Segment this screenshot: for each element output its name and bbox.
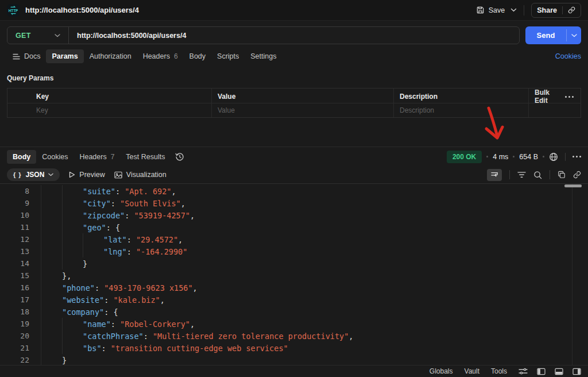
visualization-toggle[interactable]: Visualization: [114, 171, 167, 179]
tab-docs[interactable]: Docs: [7, 49, 46, 63]
tab-docs-label: Docs: [24, 52, 40, 60]
line-number: 21: [0, 342, 41, 354]
response-history-icon[interactable]: [175, 152, 184, 161]
tab-authorization-label: Authorization: [90, 52, 131, 60]
response-tab-cookies[interactable]: Cookies: [36, 150, 74, 164]
code-line: 17"website": "kale.biz",: [0, 294, 588, 306]
line-number: 16: [0, 282, 41, 294]
response-view-toolbar: { } JSON Preview Visualization: [0, 166, 588, 183]
tab-body-label: Body: [189, 52, 206, 60]
line-number: 13: [0, 245, 41, 257]
tab-params[interactable]: Params: [46, 49, 83, 63]
query-params-header-row: Key Value Description Bulk Edit: [7, 89, 581, 103]
search-icon[interactable]: [533, 171, 542, 179]
cookies-link[interactable]: Cookies: [555, 52, 581, 60]
share-button[interactable]: Share: [531, 3, 581, 18]
line-number: 19: [0, 318, 41, 330]
meta-separator-dot: [513, 156, 514, 157]
request-title: http://localhost:5000/api/users/4: [25, 6, 139, 14]
code-lines: 8"suite": "Apt. 692",9"city": "South Elv…: [0, 185, 588, 365]
send-options-chevron-icon[interactable]: [567, 26, 581, 44]
send-button[interactable]: Send: [525, 26, 581, 44]
param-key-input[interactable]: Key: [7, 103, 212, 117]
line-number: 10: [0, 209, 41, 221]
scrollbar-thumb[interactable]: [564, 184, 582, 187]
tab-scripts[interactable]: Scripts: [211, 49, 245, 63]
copy-icon[interactable]: [558, 171, 566, 179]
globals-button[interactable]: Globals: [430, 367, 453, 375]
line-number: 17: [0, 294, 41, 306]
more-options-icon[interactable]: [565, 96, 574, 98]
param-description-input[interactable]: Description: [394, 103, 529, 117]
settings-sliders-icon[interactable]: [519, 368, 528, 375]
tab-authorization[interactable]: Authorization: [84, 49, 137, 63]
filter-icon[interactable]: [517, 171, 526, 178]
meta-separator-dot: [543, 156, 544, 157]
save-options-chevron-icon[interactable]: [510, 8, 517, 12]
response-time[interactable]: 4 ms: [493, 153, 508, 161]
vault-button[interactable]: Vault: [465, 367, 479, 375]
toolbar-divider: [509, 170, 510, 179]
line-number: 20: [0, 330, 41, 342]
code-line: 21"bs": "transition cutting-edge web ser…: [0, 342, 588, 354]
request-bar: GET http://localhost:5000/api/users/4 Se…: [7, 26, 581, 44]
copy-link-icon[interactable]: [573, 171, 581, 179]
panel-right-icon[interactable]: [572, 368, 581, 375]
response-tab-body-label: Body: [13, 153, 30, 161]
response-size[interactable]: 654 B: [519, 153, 538, 161]
query-params-actions: Bulk Edit: [529, 89, 581, 105]
response-tab-test-results[interactable]: Test Results: [120, 150, 171, 164]
toolbar-divider: [550, 170, 550, 179]
scrollbar-track: [572, 184, 572, 365]
column-header-description: Description: [394, 89, 529, 105]
tab-body[interactable]: Body: [184, 49, 212, 63]
response-tab-headers[interactable]: Headers 7: [74, 150, 120, 164]
response-meta: 200 OK 4 ms 654 B: [447, 151, 581, 163]
method-select[interactable]: GET: [7, 27, 68, 44]
titlebar-divider: [524, 5, 524, 16]
response-tab-body[interactable]: Body: [7, 150, 36, 164]
response-body-editor[interactable]: 8"suite": "Apt. 692",9"city": "South Elv…: [0, 183, 588, 365]
query-params-title: Query Params: [7, 74, 581, 82]
svg-text:HTTP: HTTP: [9, 8, 18, 12]
status-badge[interactable]: 200 OK: [447, 151, 482, 163]
format-label: JSON: [26, 171, 45, 179]
code-line: 16"phone": "493-170-9623 x156",: [0, 282, 588, 294]
title-bar: HTTP http://localhost:5000/api/users/4 S…: [0, 0, 588, 21]
preview-toggle[interactable]: Preview: [69, 171, 105, 179]
response-tabs: Body Cookies Headers 7 Test Results 200 …: [0, 147, 588, 166]
response-more-options-icon[interactable]: [572, 156, 581, 157]
wrap-lines-button[interactable]: [487, 169, 502, 181]
code-line: 19"name": "Robel-Corkery",: [0, 318, 588, 330]
param-value-input[interactable]: Value: [212, 103, 394, 117]
code-line: 15},: [0, 270, 588, 282]
network-globe-icon[interactable]: [549, 152, 558, 161]
bulk-edit-button[interactable]: Bulk Edit: [535, 89, 556, 105]
send-label[interactable]: Send: [525, 26, 566, 44]
request-tabs: Docs Params Authorization Headers 6 Body…: [0, 44, 588, 68]
save-button[interactable]: Save: [476, 6, 505, 14]
docs-list-icon: [13, 53, 20, 60]
code-line: 9"city": "South Elvis",: [0, 197, 588, 209]
line-number: 15: [0, 270, 41, 282]
response-tab-test-results-label: Test Results: [126, 153, 165, 161]
preview-label: Preview: [79, 171, 105, 179]
url-input[interactable]: http://localhost:5000/api/users/4: [69, 32, 194, 40]
response-tab-cookies-label: Cookies: [42, 153, 68, 161]
play-icon: [69, 171, 75, 178]
code-line: 18"company": {: [0, 306, 588, 318]
body-format-select[interactable]: { } JSON: [7, 168, 60, 181]
share-link-icon[interactable]: [568, 6, 575, 14]
panel-bottom-icon[interactable]: [555, 368, 563, 375]
panel-left-icon[interactable]: [537, 368, 546, 375]
save-icon: [476, 6, 485, 14]
tab-settings[interactable]: Settings: [245, 49, 282, 63]
line-number: 8: [0, 185, 41, 197]
tab-headers[interactable]: Headers 6: [137, 49, 184, 63]
line-number: 22: [0, 354, 41, 365]
tools-button[interactable]: Tools: [491, 367, 507, 375]
code-line: 22}: [0, 354, 588, 365]
tab-settings-label: Settings: [250, 52, 276, 60]
http-request-icon: HTTP: [7, 4, 20, 17]
column-header-value: Value: [212, 89, 394, 105]
